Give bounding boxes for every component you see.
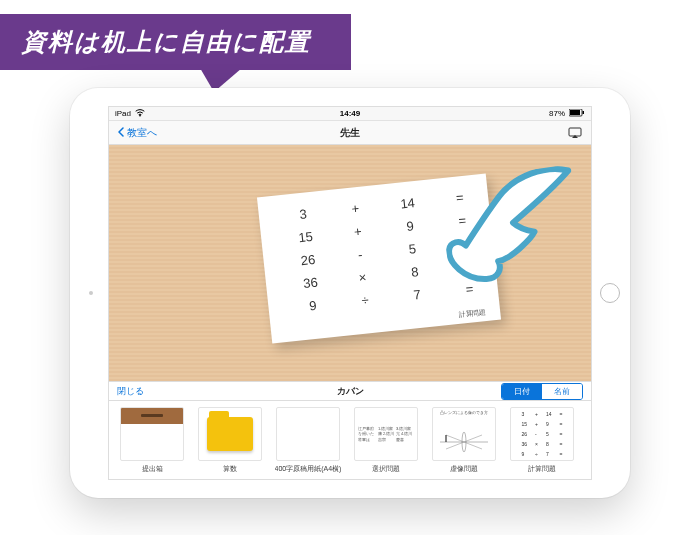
shelf-item-lens[interactable]: 凸レンズによる像のでき方 虚像問題 bbox=[429, 407, 499, 475]
segment-name[interactable]: 名前 bbox=[542, 384, 582, 399]
nav-bar: 教室へ 先生 bbox=[109, 121, 591, 145]
svg-rect-3 bbox=[583, 111, 585, 114]
shelf-item-label: 選択問題 bbox=[372, 464, 400, 474]
chevron-left-icon bbox=[117, 127, 125, 139]
grid-paper-icon bbox=[276, 407, 340, 461]
clock: 14:49 bbox=[340, 109, 360, 118]
text-doc-icon: 江戸幕府を開いた将軍は 1.徳川家康 2.徳川吉宗 3.徳川家光 4.徳川慶喜 bbox=[354, 407, 418, 461]
nav-title: 先生 bbox=[109, 126, 591, 140]
back-button[interactable]: 教室へ bbox=[117, 126, 157, 140]
shelf-item-label: 提出箱 bbox=[142, 464, 163, 474]
bag-toolbar: 閉じる カバン 日付 名前 bbox=[109, 381, 591, 401]
ipad-camera bbox=[89, 291, 93, 295]
shelf-item-label: 計算問題 bbox=[528, 464, 556, 474]
airplay-button[interactable] bbox=[567, 126, 583, 140]
folder-icon bbox=[198, 407, 262, 461]
diagram-icon: 凸レンズによる像のでき方 bbox=[432, 407, 496, 461]
battery-icon bbox=[569, 109, 585, 119]
segment-date[interactable]: 日付 bbox=[502, 384, 542, 399]
ipad-home-button[interactable] bbox=[600, 283, 620, 303]
shelf-item-manuscript[interactable]: 400字原稿用紙(A4横) bbox=[273, 407, 343, 475]
shelf-item-folder[interactable]: 算数 bbox=[195, 407, 265, 475]
shelf-item-label: 算数 bbox=[223, 464, 237, 474]
svg-point-0 bbox=[139, 114, 141, 116]
status-bar: iPad 14:49 87% bbox=[109, 107, 591, 121]
shelf-item-submit-box[interactable]: 提出箱 bbox=[117, 407, 187, 475]
airplay-icon bbox=[568, 127, 582, 139]
svg-rect-2 bbox=[570, 110, 580, 115]
shelf-item-label: 400字原稿用紙(A4横) bbox=[275, 464, 342, 474]
wifi-icon bbox=[135, 109, 145, 119]
battery-percent: 87% bbox=[549, 109, 565, 119]
close-bag-button[interactable]: 閉じる bbox=[117, 385, 144, 398]
svg-rect-4 bbox=[569, 128, 581, 136]
shelf-item-calc[interactable]: 3+14= 15+9= 26-5= 36×8= 9÷7= 計算問題 bbox=[507, 407, 577, 475]
bag-shelf[interactable]: 提出箱 算数 400字原稿用紙(A4横) 江戸幕府を開いた将軍は 1.徳川家康 … bbox=[109, 401, 591, 479]
desk-canvas[interactable]: 3+14= 15+9= 26-5= 36×8= 9÷7= 計算問題 bbox=[109, 145, 591, 381]
back-label: 教室へ bbox=[127, 126, 157, 140]
calc-doc-icon: 3+14= 15+9= 26-5= 36×8= 9÷7= bbox=[510, 407, 574, 461]
pointing-hand-icon bbox=[437, 164, 587, 296]
drawer-icon bbox=[120, 407, 184, 461]
shelf-item-quiz[interactable]: 江戸幕府を開いた将軍は 1.徳川家康 2.徳川吉宗 3.徳川家光 4.徳川慶喜 … bbox=[351, 407, 421, 475]
ipad-frame: iPad 14:49 87% 教室へ 先生 bbox=[70, 88, 630, 498]
shelf-item-label: 虚像問題 bbox=[450, 464, 478, 474]
carrier-label: iPad bbox=[115, 109, 131, 119]
app-screen: iPad 14:49 87% 教室へ 先生 bbox=[108, 106, 592, 480]
promo-caption: 資料は机上に自由に配置 bbox=[0, 14, 351, 70]
worksheet-label: 計算問題 bbox=[458, 307, 487, 320]
sort-segmented-control[interactable]: 日付 名前 bbox=[501, 383, 583, 400]
